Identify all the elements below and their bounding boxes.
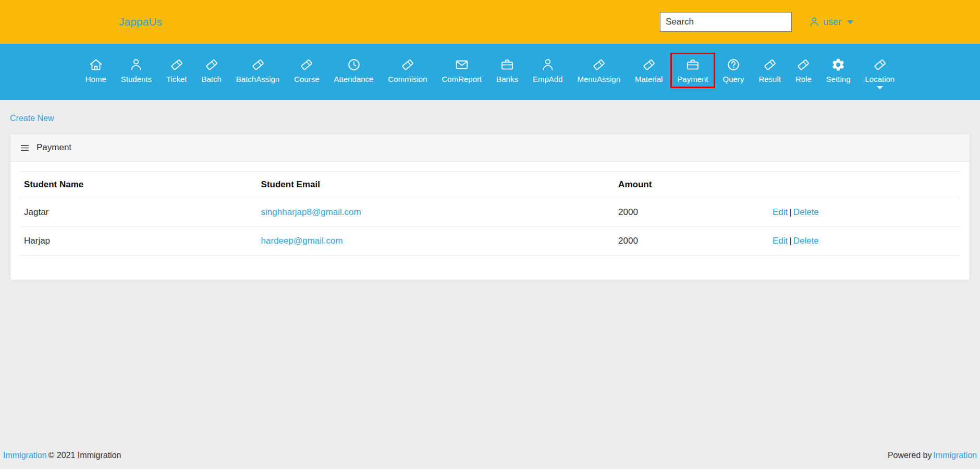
edit-link[interactable]: Edit	[773, 207, 788, 217]
ticket-icon	[169, 57, 184, 72]
amount-cell: 2000	[614, 198, 768, 227]
user-label: user	[823, 17, 841, 28]
create-new-link[interactable]: Create New	[10, 114, 54, 123]
student-name-cell: Harjap	[20, 227, 257, 256]
user-menu[interactable]: user	[808, 0, 853, 44]
nav-item-batchassign[interactable]: BatchAssign	[229, 53, 286, 88]
ticket-icon	[592, 57, 606, 72]
briefcase-icon	[500, 57, 514, 72]
nav-item-setting[interactable]: Setting	[819, 53, 858, 88]
caret-down-icon	[877, 86, 883, 89]
nav-item-course[interactable]: Course	[287, 53, 326, 88]
person-icon	[541, 57, 555, 72]
nav-item-role[interactable]: Role	[789, 53, 818, 88]
footer-left: Immigration© 2021 Immigration	[3, 451, 121, 460]
main-nav: Home Students Ticket Batch BatchAssign C…	[0, 44, 980, 100]
nav-item-ticket[interactable]: Ticket	[160, 53, 193, 88]
payments-table: Student Name Student Email Amount Jagtar…	[20, 171, 960, 256]
nav-item-result[interactable]: Result	[752, 53, 788, 88]
footer-immigration-link[interactable]: Immigration	[3, 451, 47, 460]
nav-item-home[interactable]: Home	[79, 53, 113, 88]
student-name-cell: Jagtar	[20, 198, 257, 227]
home-icon	[89, 57, 103, 72]
nav-item-comreport[interactable]: ComReport	[435, 53, 488, 88]
nav-item-location[interactable]: Location	[859, 53, 902, 94]
amount-cell: 2000	[614, 227, 768, 256]
ticket-icon	[204, 57, 219, 72]
top-header: JappaUs user	[0, 0, 980, 44]
ticket-icon	[642, 57, 656, 72]
page: JappaUs user Home Students Ticket Batch …	[0, 0, 980, 469]
nav-item-query[interactable]: Query	[716, 53, 751, 88]
table-row: Jagtar singhharjap8@gmail.com 2000 Edit|…	[20, 198, 960, 227]
delete-link[interactable]: Delete	[793, 207, 819, 217]
actions-cell: Edit|Delete	[768, 198, 960, 227]
brand-logo[interactable]: JappaUs	[119, 16, 162, 28]
table-header-row: Student Name Student Email Amount	[20, 172, 960, 198]
user-icon	[808, 16, 820, 28]
ticket-icon	[796, 57, 811, 72]
hamburger-icon	[20, 143, 30, 153]
nav-item-menuassign[interactable]: MenuAssign	[570, 53, 627, 88]
footer-powered-by: Powered by	[888, 451, 932, 460]
nav-item-payment[interactable]: Payment	[670, 53, 715, 88]
nav-item-commision[interactable]: Commision	[381, 53, 434, 88]
ticket-icon	[400, 57, 415, 72]
footer-copyright: © 2021 Immigration	[48, 451, 121, 460]
table-row: Harjap hardeep@gmail.com 2000 Edit|Delet…	[20, 227, 960, 256]
nav-item-attendance[interactable]: Attendance	[327, 53, 381, 88]
nav-item-students[interactable]: Students	[114, 53, 158, 88]
question-icon	[726, 57, 741, 72]
edit-link[interactable]: Edit	[773, 236, 788, 246]
ticket-icon	[873, 57, 887, 72]
actions-cell: Edit|Delete	[768, 227, 960, 256]
panel-title: Payment	[36, 142, 71, 153]
main-content: Create New Payment Student Name Student …	[0, 100, 980, 442]
payment-panel: Payment Student Name Student Email Amoun…	[10, 134, 970, 280]
ticket-icon	[299, 57, 314, 72]
nav-item-banks[interactable]: Banks	[489, 53, 525, 88]
person-icon	[129, 57, 143, 72]
ticket-icon	[763, 57, 777, 72]
gear-icon	[831, 57, 846, 72]
ticket-icon	[251, 57, 265, 72]
nav-item-empadd[interactable]: EmpAdd	[526, 53, 570, 88]
footer-right: Powered byImmigration	[888, 451, 977, 460]
caret-down-icon	[847, 20, 853, 24]
nav-item-material[interactable]: Material	[628, 53, 669, 88]
panel-body: Student Name Student Email Amount Jagtar…	[10, 162, 970, 280]
column-header-student-name: Student Name	[20, 172, 257, 198]
panel-header: Payment	[10, 134, 970, 162]
delete-link[interactable]: Delete	[793, 236, 819, 246]
nav-item-batch[interactable]: Batch	[194, 53, 228, 88]
briefcase-icon	[685, 57, 700, 72]
footer-powered-link[interactable]: Immigration	[933, 451, 977, 460]
envelope-icon	[455, 57, 469, 72]
action-separator: |	[789, 207, 791, 217]
column-header-student-email: Student Email	[257, 172, 615, 198]
column-header-actions	[768, 172, 960, 198]
clock-icon	[347, 57, 361, 72]
search-input[interactable]	[660, 12, 792, 32]
student-email-link[interactable]: hardeep@gmail.com	[261, 236, 343, 246]
action-separator: |	[789, 236, 791, 246]
student-email-link[interactable]: singhharjap8@gmail.com	[261, 207, 361, 217]
column-header-amount: Amount	[614, 172, 768, 198]
page-footer: Immigration© 2021 Immigration Powered by…	[0, 442, 980, 469]
